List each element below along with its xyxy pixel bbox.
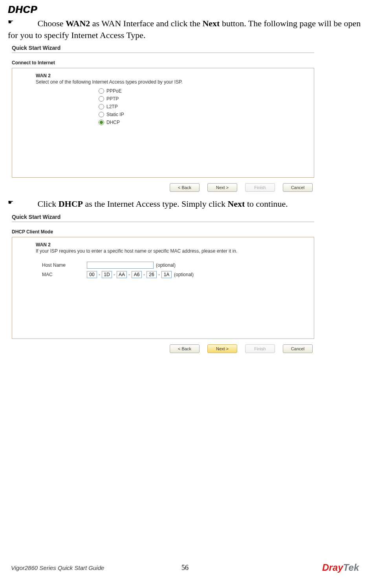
hr: [12, 222, 314, 222]
mac-label: MAC: [42, 272, 85, 277]
step1-wan2: WAN2: [66, 18, 90, 28]
mac-input-0[interactable]: [87, 271, 97, 278]
wizard1-buttons: < Back Next > Finish Cancel: [12, 183, 314, 192]
wizard2: Quick Start Wizard DHCP Client Mode WAN …: [12, 214, 314, 353]
wizard1-radio-group: PPPoE PPTP L2TP Static IP DHCP: [99, 87, 308, 126]
back-button[interactable]: < Back: [170, 183, 200, 192]
section-title: DHCP: [8, 4, 362, 15]
finish-button: Finish: [245, 344, 275, 353]
radio-dhcp[interactable]: DHCP: [99, 118, 308, 126]
step2-dhcp: DHCP: [59, 199, 83, 209]
hr: [12, 53, 314, 53]
wizard2-subtitle: DHCP Client Mode: [12, 229, 314, 235]
wizard1: Quick Start Wizard Connect to Internet W…: [12, 45, 314, 192]
wizard1-panel: WAN 2 Select one of the following Intern…: [12, 68, 314, 178]
mac-input-2[interactable]: [117, 271, 127, 278]
radio-label-dhcp: DHCP: [106, 120, 120, 125]
host-optional: (optional): [156, 262, 176, 268]
wizard1-title: Quick Start Wizard: [12, 45, 314, 51]
step2-text-pre: Click: [38, 199, 59, 209]
step1-text-pre: Choose: [38, 18, 66, 28]
wizard2-prompt: If your ISP requires you to enter a spec…: [36, 248, 279, 254]
radio-input-staticip[interactable]: [99, 112, 104, 117]
page-footer: 56 Vigor2860 Series Quick Start Guide Dr…: [0, 562, 370, 573]
mac-input-1[interactable]: [102, 271, 112, 278]
step1-instruction: ☛ Choose WAN2 as WAN Interface and click…: [8, 18, 362, 41]
radio-pppoe[interactable]: PPPoE: [99, 87, 308, 95]
mac-row: MAC - - - - - (optional): [42, 271, 308, 278]
wizard2-buttons: < Back Next > Finish Cancel: [12, 344, 314, 353]
wizard2-panel: WAN 2 If your ISP requires you to enter …: [12, 237, 314, 339]
page-number: 56: [0, 564, 370, 572]
step2-instruction: ☛ Click DHCP as the Internet Access type…: [8, 198, 362, 210]
next-button[interactable]: Next >: [207, 183, 237, 192]
mac-optional: (optional): [174, 272, 194, 277]
radio-label-staticip: Static IP: [106, 112, 124, 117]
step2-next: Next: [227, 199, 245, 209]
back-button[interactable]: < Back: [170, 344, 200, 353]
step1-text-mid: as WAN Interface and click the: [90, 18, 202, 28]
radio-input-pptp[interactable]: [99, 96, 104, 102]
cancel-button[interactable]: Cancel: [283, 183, 313, 192]
wizard1-wan: WAN 2: [36, 73, 308, 78]
step2-text-post: to continue.: [245, 199, 288, 209]
step1-next: Next: [202, 18, 220, 28]
mac-input-5[interactable]: [161, 271, 172, 278]
host-name-row: Host Name (optional): [42, 262, 308, 269]
radio-input-dhcp[interactable]: [99, 120, 104, 125]
cancel-button[interactable]: Cancel: [283, 344, 313, 353]
host-name-label: Host Name: [42, 262, 85, 268]
radio-input-l2tp[interactable]: [99, 104, 104, 109]
radio-label-l2tp: L2TP: [106, 104, 118, 109]
radio-l2tp[interactable]: L2TP: [99, 103, 308, 111]
radio-staticip[interactable]: Static IP: [99, 111, 308, 118]
step1-icon: ☛: [8, 18, 35, 26]
radio-label-pppoe: PPPoE: [106, 88, 122, 94]
wizard1-prompt: Select one of the following Internet Acc…: [36, 79, 308, 85]
radio-pptp[interactable]: PPTP: [99, 95, 308, 103]
wizard1-subtitle: Connect to Internet: [12, 60, 314, 66]
host-name-input[interactable]: [87, 262, 154, 269]
wizard2-wan: WAN 2: [36, 242, 308, 248]
mac-input-3[interactable]: [132, 271, 142, 278]
finish-button: Finish: [245, 183, 275, 192]
step2-icon: ☛: [8, 198, 35, 207]
radio-input-pppoe[interactable]: [99, 88, 104, 94]
radio-label-pptp: PPTP: [106, 96, 119, 102]
next-button[interactable]: Next >: [207, 344, 237, 353]
mac-input-4[interactable]: [147, 271, 157, 278]
step2-text-mid: as the Internet Access type. Simply clic…: [83, 199, 227, 209]
wizard2-title: Quick Start Wizard: [12, 214, 314, 220]
